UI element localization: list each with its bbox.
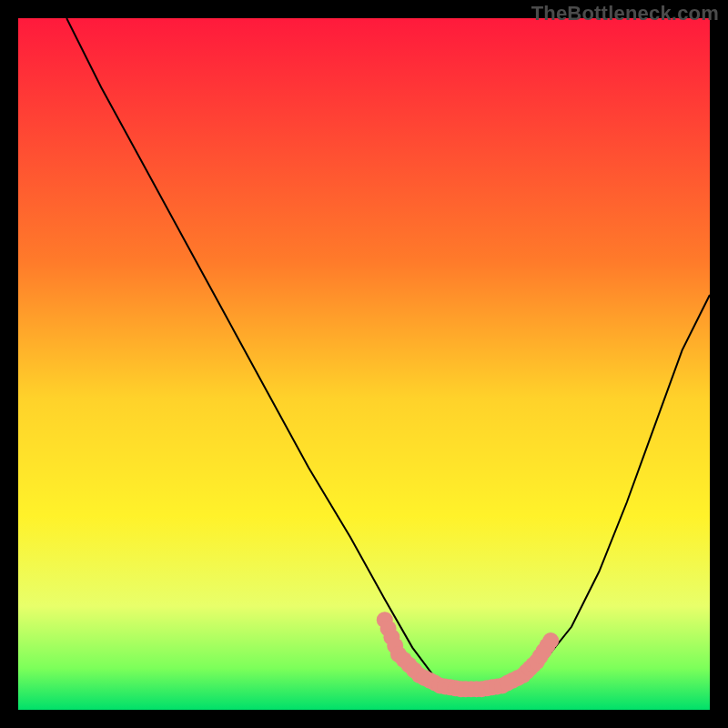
chart-frame	[18, 18, 710, 710]
watermark-text: TheBottleneck.com	[531, 2, 719, 25]
bottleneck-chart	[18, 18, 710, 710]
highlight-dot	[542, 632, 559, 649]
chart-background	[18, 18, 710, 710]
